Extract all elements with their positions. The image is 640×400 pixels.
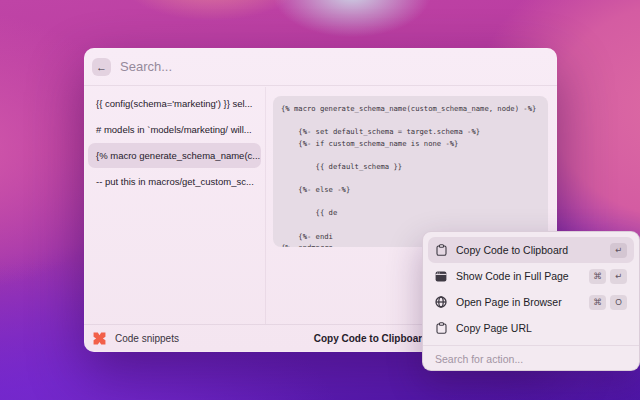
list-item-selected[interactable]: {% macro generate_schema_name(c... xyxy=(88,143,261,168)
arrow-left-icon: ← xyxy=(96,61,107,73)
return-key: ↵ xyxy=(610,243,627,258)
action-search-input[interactable] xyxy=(435,353,627,365)
o-key: O xyxy=(610,295,627,310)
action-shortcut: ⌘ ↵ xyxy=(589,269,627,284)
window-icon xyxy=(435,270,447,282)
list-item[interactable]: -- put this in macros/get_custom_sc... xyxy=(88,169,261,194)
search-input[interactable] xyxy=(120,59,420,74)
search-bar: ← xyxy=(84,48,557,86)
clipboard-icon xyxy=(435,322,447,334)
back-button[interactable]: ← xyxy=(92,58,111,76)
return-key: ↵ xyxy=(610,269,627,284)
action-open-in-browser[interactable]: Open Page in Browser ⌘ O xyxy=(428,289,634,315)
command-key: ⌘ xyxy=(589,295,606,310)
list-item[interactable]: {{ config(schema='marketing') }} sel... xyxy=(88,91,261,116)
action-shortcut: ⌘ O xyxy=(589,295,627,310)
primary-action-button[interactable]: Copy Code to Clipboard xyxy=(314,333,428,344)
snippet-list: {{ config(schema='marketing') }} sel... … xyxy=(84,87,266,324)
action-label: Show Code in Full Page xyxy=(456,270,589,282)
action-shortcut: ↵ xyxy=(610,243,627,258)
list-item[interactable]: # models in `models/marketing/ will... xyxy=(88,117,261,142)
action-label: Copy Code to Clipboard xyxy=(456,244,610,256)
action-search xyxy=(423,346,639,371)
globe-icon xyxy=(435,296,447,308)
app-name-label: Code snippets xyxy=(115,333,179,344)
code-text: {% macro generate_schema_name(custom_sch… xyxy=(281,103,540,247)
action-label: Open Page in Browser xyxy=(456,296,589,308)
action-copy-code[interactable]: Copy Code to Clipboard ↵ xyxy=(428,237,634,263)
actions-popup: Copy Code to Clipboard ↵ Show Code in Fu… xyxy=(422,231,640,371)
action-copy-page-url[interactable]: Copy Page URL xyxy=(428,315,634,341)
code-preview: {% macro generate_schema_name(custom_sch… xyxy=(273,96,548,247)
action-label: Copy Page URL xyxy=(456,322,627,334)
launcher-window: ← {{ config(schema='marketing') }} sel..… xyxy=(84,48,557,352)
action-show-full-page[interactable]: Show Code in Full Page ⌘ ↵ xyxy=(428,263,634,289)
command-key: ⌘ xyxy=(589,269,606,284)
dbt-logo-icon xyxy=(92,331,107,346)
clipboard-icon xyxy=(435,244,447,256)
